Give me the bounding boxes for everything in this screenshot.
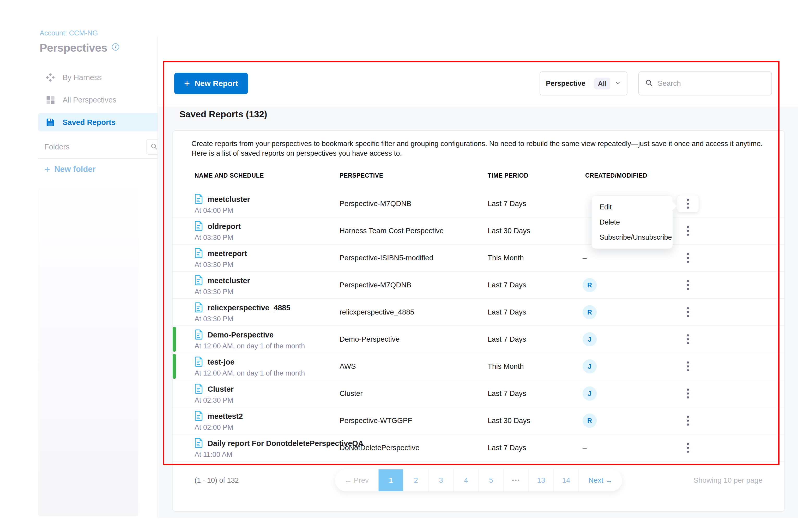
table-row[interactable]: Demo-PerspectiveAt 12:00 AM, on day 1 of… — [173, 326, 784, 353]
grid-icon — [45, 95, 55, 105]
name-and-schedule-cell: meetreportAt 03:30 PM — [194, 248, 247, 269]
time-period-cell: This Month — [488, 254, 524, 262]
report-doc-icon — [194, 221, 204, 232]
report-doc-icon — [194, 193, 204, 205]
created-modified-cell: J — [583, 386, 597, 401]
pagination-range-label: (1 - 10) of 132 — [194, 476, 239, 484]
kebab-menu-icon[interactable] — [684, 277, 692, 293]
sidebar-item-label: Saved Reports — [62, 118, 116, 127]
report-name: meetcluster — [208, 195, 250, 204]
table-header: NAME AND SCHEDULEPERSPECTIVETIME PERIODC… — [173, 172, 784, 185]
schedule-active-indicator — [173, 327, 176, 352]
sidebar-item-all-perspectives[interactable]: All Perspectives — [38, 91, 162, 109]
kebab-menu-icon[interactable] — [684, 331, 692, 347]
report-schedule: At 03:30 PM — [194, 261, 247, 269]
table-body: meetclusterAt 04:00 PMPerspective-M7QDNB… — [173, 190, 784, 461]
menu-item-edit[interactable]: Edit — [592, 200, 672, 215]
kebab-menu-icon[interactable] — [684, 304, 692, 320]
new-folder-label: New folder — [54, 165, 95, 174]
row-menu-cell — [677, 195, 699, 212]
chevron-down-icon — [614, 79, 621, 87]
kebab-menu-icon[interactable] — [684, 413, 692, 429]
page-button[interactable]: 4 — [453, 470, 478, 491]
new-report-button[interactable]: + New Report — [174, 73, 248, 94]
kebab-menu-icon[interactable] — [684, 358, 692, 375]
page-button[interactable]: 5 — [478, 470, 503, 491]
table-row[interactable]: oldreportAt 03:30 PMHarness Team Cost Pe… — [173, 217, 784, 245]
menu-item-delete[interactable]: Delete — [592, 215, 672, 230]
perspective-cell: Perspective-M7QDNB — [340, 200, 411, 208]
perspective-filter-dropdown[interactable]: Perspective All — [539, 72, 627, 95]
report-doc-icon — [194, 383, 204, 395]
sidebar: By HarnessAll PerspectivesSaved Reports … — [38, 68, 162, 516]
created-modified-cell: J — [583, 332, 597, 346]
table-row[interactable]: meetclusterAt 03:30 PMPerspective-M7QDNB… — [173, 272, 784, 299]
row-menu-cell — [677, 223, 699, 239]
table-row[interactable]: ClusterAt 02:30 PMClusterLast 7 DaysJ — [173, 380, 784, 407]
page-button[interactable]: 13 — [528, 470, 553, 491]
name-and-schedule-cell: oldreportAt 03:30 PM — [194, 221, 241, 242]
pagination: (1 - 10) of 132 ← Prev12345•••1314Next →… — [173, 469, 784, 492]
created-modified-cell: – — [583, 443, 587, 452]
row-menu-cell — [677, 385, 699, 402]
page-button[interactable]: 14 — [553, 470, 578, 491]
report-name: relicxperspective_4885 — [208, 304, 290, 312]
new-folder-button[interactable]: + New folder — [38, 164, 162, 174]
search-icon — [150, 143, 158, 151]
search-box[interactable] — [639, 72, 772, 95]
table-row[interactable]: meettest2At 02:00 PMPerspective-WTGGPFLa… — [173, 407, 784, 435]
page-header: Account: CCM-NG Perspectives — [40, 29, 119, 54]
report-schedule: At 02:30 PM — [194, 396, 234, 404]
sidebar-item-saved-reports[interactable]: Saved Reports — [38, 113, 162, 131]
kebab-menu-icon[interactable] — [684, 440, 692, 456]
page-button[interactable]: 1 — [378, 470, 403, 491]
report-doc-icon — [194, 275, 204, 286]
report-schedule: At 11:00 AM — [194, 451, 363, 459]
info-icon[interactable] — [112, 43, 119, 51]
description-text: Create reports from your perspectives to… — [191, 139, 768, 158]
next-page-button[interactable]: Next → — [578, 470, 622, 491]
page-button[interactable]: 2 — [403, 470, 428, 491]
table-row[interactable]: meetclusterAt 04:00 PMPerspective-M7QDNB… — [173, 190, 784, 217]
kebab-menu-icon[interactable] — [684, 385, 692, 402]
row-menu-cell — [677, 250, 699, 266]
time-period-cell: Last 7 Days — [488, 443, 526, 452]
new-report-label: New Report — [194, 79, 238, 88]
page-button[interactable]: 3 — [428, 470, 453, 491]
kebab-menu-icon[interactable] — [684, 223, 692, 239]
prev-page-button[interactable]: ← Prev — [335, 470, 378, 491]
name-and-schedule-cell: meetclusterAt 04:00 PM — [194, 193, 250, 215]
report-schedule: At 12:00 AM, on day 1 of the month — [194, 342, 305, 350]
toolbar: + New Report Perspective All — [158, 61, 798, 107]
saved-reports-heading: Saved Reports (132) — [179, 109, 267, 119]
save-icon — [45, 117, 55, 127]
per-page-label: Showing 10 per page — [694, 476, 762, 484]
report-schedule: At 03:30 PM — [194, 234, 241, 242]
filter-label: Perspective — [546, 79, 586, 88]
perspective-cell: relicxperspective_4885 — [340, 308, 414, 316]
report-name: meettest2 — [208, 412, 243, 421]
report-schedule: At 03:30 PM — [194, 315, 290, 323]
kebab-menu-icon[interactable] — [684, 250, 692, 266]
row-menu-cell — [677, 440, 699, 456]
time-period-cell: Last 30 Days — [488, 416, 530, 425]
name-and-schedule-cell: Demo-PerspectiveAt 12:00 AM, on day 1 of… — [194, 329, 305, 350]
table-row[interactable]: test-joeAt 12:00 AM, on day 1 of the mon… — [173, 353, 784, 380]
search-input[interactable] — [658, 79, 765, 88]
name-and-schedule-cell: ClusterAt 02:30 PM — [194, 383, 234, 404]
plus-icon: + — [184, 78, 190, 89]
folders-list-placeholder — [38, 187, 138, 516]
table-row[interactable]: Daily report For DonotdeletePerspectiveQ… — [173, 435, 784, 461]
kebab-menu-icon[interactable] — [677, 195, 699, 212]
avatar: J — [583, 332, 597, 346]
name-and-schedule-cell: meettest2At 02:00 PM — [194, 411, 243, 432]
perspective-cell: Perspective-ISIBN5-modified — [340, 254, 433, 262]
no-modifier-dash: – — [583, 443, 587, 452]
created-modified-cell: R — [583, 278, 597, 292]
sidebar-item-by-harness[interactable]: By Harness — [38, 68, 162, 87]
menu-item-subscribe-unsubscribe[interactable]: Subscribe/Unsubscribe — [592, 230, 672, 245]
table-row[interactable]: meetreportAt 03:30 PMPerspective-ISIBN5-… — [173, 245, 784, 272]
table-row[interactable]: relicxperspective_4885At 03:30 PMrelicxp… — [173, 299, 784, 326]
no-modifier-dash: – — [583, 254, 587, 262]
name-and-schedule-cell: test-joeAt 12:00 AM, on day 1 of the mon… — [194, 356, 305, 377]
